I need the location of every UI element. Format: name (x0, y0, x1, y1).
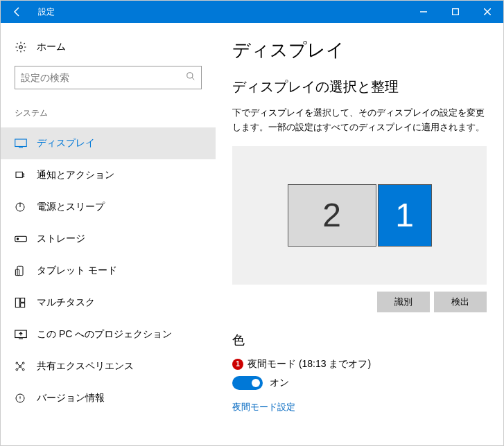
back-button[interactable] (1, 1, 34, 23)
night-mode-row: 1 夜間モード (18:13 までオフ) (232, 358, 487, 371)
sidebar-item-icon (15, 139, 30, 148)
gear-icon (15, 41, 30, 53)
color-heading: 色 (232, 332, 487, 348)
sidebar: ホーム システム ディスプレイ通知とアクション電源とスリープストレージタブレット… (1, 23, 216, 445)
svg-rect-4 (16, 172, 22, 177)
sidebar-item-icon (15, 170, 30, 181)
sidebar-item-label: この PC へのプロジェクション (37, 328, 172, 341)
window-titlebar: 設定 (1, 1, 503, 23)
sidebar-item-icon (15, 235, 30, 242)
sidebar-item-3[interactable]: ストレージ (1, 223, 216, 255)
sidebar-item-icon (15, 330, 30, 339)
sidebar-item-icon (15, 265, 30, 276)
toggle-knob (252, 379, 260, 387)
arrange-heading: ディスプレイの選択と整理 (232, 78, 487, 96)
sidebar-item-1[interactable]: 通知とアクション (1, 159, 216, 191)
svg-point-7 (17, 238, 18, 240)
sidebar-item-label: バージョン情報 (37, 392, 105, 404)
minimize-button[interactable] (408, 1, 440, 23)
maximize-button[interactable] (440, 1, 471, 23)
category-label: システム (1, 102, 216, 127)
sidebar-item-icon (15, 297, 30, 308)
search-input[interactable] (21, 72, 186, 83)
search-icon (186, 71, 195, 84)
display-arrange-area[interactable]: 2 1 (232, 146, 487, 285)
sidebar-item-icon (15, 393, 30, 404)
svg-point-14 (19, 366, 21, 368)
sidebar-item-icon (15, 202, 30, 213)
sidebar-item-label: 通知とアクション (37, 169, 114, 181)
home-link[interactable]: ホーム (1, 37, 216, 66)
svg-rect-3 (15, 139, 27, 147)
window-title: 設定 (34, 6, 408, 18)
sidebar-item-label: マルチタスク (37, 296, 95, 309)
page-title: ディスプレイ (232, 38, 487, 62)
sidebar-item-label: 共有エクスペリエンス (37, 360, 134, 373)
home-label: ホーム (37, 41, 66, 53)
night-mode-toggle[interactable] (232, 376, 263, 390)
svg-point-18 (22, 368, 24, 371)
toggle-state-label: オン (270, 377, 289, 389)
arrange-description: 下でディスプレイを選択して、そのディスプレイの設定を変更します。一部の設定はすべ… (232, 106, 487, 135)
sidebar-item-0[interactable]: ディスプレイ (1, 127, 216, 159)
svg-rect-8 (17, 266, 23, 275)
sidebar-item-label: ストレージ (37, 233, 85, 245)
sidebar-item-icon (15, 361, 30, 372)
sidebar-item-5[interactable]: マルチタスク (1, 287, 216, 319)
svg-rect-10 (15, 298, 19, 307)
svg-rect-12 (21, 303, 25, 307)
sidebar-item-8[interactable]: バージョン情報 (1, 382, 216, 414)
sidebar-item-label: タブレット モード (37, 265, 117, 277)
search-box[interactable] (15, 66, 202, 89)
svg-rect-11 (21, 298, 25, 302)
svg-point-2 (187, 73, 193, 78)
monitor-2[interactable]: 2 (288, 184, 376, 247)
svg-rect-0 (453, 9, 459, 15)
sidebar-item-label: 電源とスリープ (37, 201, 105, 213)
monitor-1[interactable]: 1 (378, 184, 432, 247)
annotation-badge: 1 (232, 359, 243, 370)
svg-point-17 (16, 368, 18, 371)
sidebar-item-6[interactable]: この PC へのプロジェクション (1, 319, 216, 350)
svg-point-16 (22, 362, 24, 364)
sidebar-item-label: ディスプレイ (37, 137, 95, 150)
identify-button[interactable]: 識別 (377, 292, 430, 312)
sidebar-item-2[interactable]: 電源とスリープ (1, 191, 216, 223)
main-panel: ディスプレイ ディスプレイの選択と整理 下でディスプレイを選択して、そのディスプ… (216, 23, 503, 445)
svg-point-1 (19, 46, 23, 49)
night-mode-settings-link[interactable]: 夜間モード設定 (232, 401, 487, 413)
night-mode-label: 夜間モード (18:13 までオフ) (247, 358, 371, 371)
close-button[interactable] (471, 1, 503, 23)
sidebar-item-7[interactable]: 共有エクスペリエンス (1, 350, 216, 382)
svg-point-15 (16, 362, 18, 364)
sidebar-item-4[interactable]: タブレット モード (1, 255, 216, 287)
detect-button[interactable]: 検出 (434, 292, 487, 312)
